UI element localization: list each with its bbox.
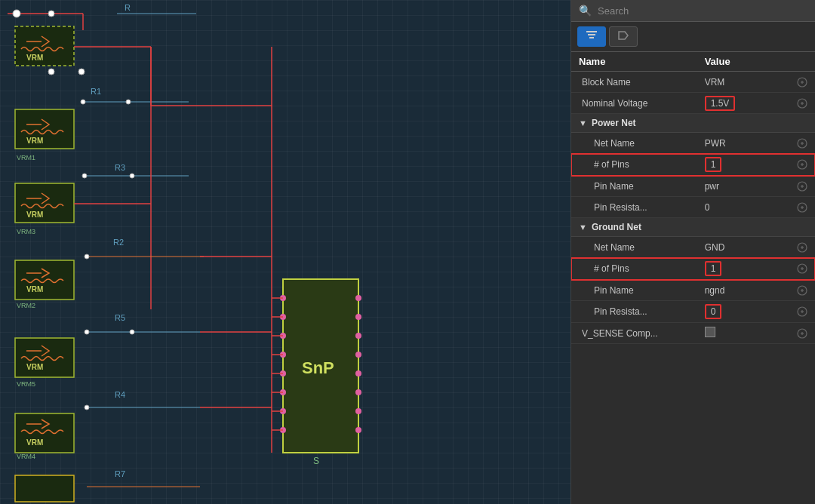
svg-marker-91 [619, 32, 628, 39]
svg-point-24 [82, 174, 87, 178]
power-pin-name-row[interactable]: Pin Name pwr [571, 176, 815, 197]
ground-num-pins-label: # of Pins [579, 263, 705, 274]
power-pin-resist-label: Pin Resista... [579, 202, 705, 213]
svg-point-41 [85, 330, 89, 334]
ground-pin-name-value: ngnd [705, 285, 773, 296]
svg-point-75 [355, 352, 361, 358]
ground-num-pins-value: 1 [705, 261, 773, 276]
svg-point-34 [85, 254, 89, 259]
power-net-arrow-icon: ▼ [579, 118, 587, 128]
search-input[interactable] [598, 5, 807, 17]
power-pin-resist-edit-icon[interactable] [773, 202, 807, 213]
vsense-row[interactable]: V_SENSE Comp... [571, 323, 815, 344]
power-pin-name-edit-icon[interactable] [773, 181, 807, 192]
svg-text:R3: R3 [115, 163, 125, 172]
power-pin-resist-row[interactable]: Pin Resista... 0 [571, 197, 815, 218]
power-num-pins-edit-icon[interactable] [773, 159, 807, 170]
svg-text:VRM: VRM [26, 363, 43, 371]
filter-button[interactable] [577, 26, 606, 47]
vsense-value [705, 327, 773, 340]
svg-rect-90 [589, 37, 594, 38]
svg-point-76 [355, 370, 361, 376]
svg-rect-88 [586, 31, 597, 32]
vsense-label: V_SENSE Comp... [579, 328, 705, 339]
ground-net-name-label: Net Name [579, 242, 705, 253]
svg-text:R7: R7 [115, 469, 125, 478]
power-net-name-edit-icon[interactable] [773, 138, 807, 149]
svg-text:VRM3: VRM3 [17, 228, 35, 235]
svg-rect-35 [15, 260, 74, 300]
svg-point-2 [13, 10, 20, 17]
svg-rect-89 [588, 34, 595, 35]
svg-text:VRM: VRM [26, 137, 43, 145]
power-pin-name-value: pwr [705, 181, 773, 192]
svg-text:R5: R5 [115, 313, 125, 322]
power-net-section-label: Power Net [592, 118, 636, 128]
ground-pin-name-edit-icon[interactable] [773, 285, 807, 296]
svg-text:VRM4: VRM4 [17, 453, 35, 460]
svg-point-79 [355, 427, 361, 433]
svg-text:VRM: VRM [26, 54, 43, 62]
svg-point-16 [81, 100, 85, 104]
tag-button[interactable] [609, 26, 638, 47]
svg-point-73 [355, 314, 361, 320]
ground-pin-resist-edit-icon[interactable] [773, 306, 807, 317]
ground-pin-name-row[interactable]: Pin Name ngnd [571, 280, 815, 301]
svg-text:R4: R4 [115, 390, 125, 399]
svg-text:VRM: VRM [26, 211, 43, 219]
ground-net-name-edit-icon[interactable] [773, 242, 807, 253]
ground-pin-name-label: Pin Name [579, 285, 705, 296]
svg-text:VRM: VRM [26, 285, 43, 293]
power-pin-resist-value: 0 [705, 202, 773, 213]
nominal-voltage-row[interactable]: Nominal Voltage 1.5V [571, 93, 815, 114]
power-net-name-row[interactable]: Net Name PWR [571, 133, 815, 154]
ground-num-pins-edit-icon[interactable] [773, 263, 807, 274]
svg-point-17 [126, 100, 131, 104]
svg-rect-18 [15, 109, 74, 149]
svg-point-77 [355, 389, 361, 395]
svg-rect-7 [15, 26, 74, 66]
nominal-voltage-value: 1.5V [705, 98, 773, 109]
svg-point-10 [48, 69, 54, 75]
svg-text:VRM5: VRM5 [17, 380, 35, 388]
vsense-checkbox[interactable] [705, 327, 715, 337]
ground-pin-resist-row[interactable]: Pin Resista... 0 [571, 301, 815, 323]
prop-table-header: Name Value [571, 52, 815, 72]
search-bar[interactable]: 🔍 [571, 0, 815, 22]
ground-net-arrow-icon: ▼ [579, 223, 587, 232]
svg-text:R: R [125, 3, 131, 12]
power-net-name-value: PWR [705, 138, 773, 149]
svg-text:VRM2: VRM2 [17, 302, 35, 309]
power-net-section-header[interactable]: ▼ Power Net [571, 114, 815, 133]
svg-point-49 [85, 405, 89, 410]
properties-panel: 🔍 Name Value Block Name VRM Nominal Volt… [570, 0, 815, 504]
ground-pin-resist-label: Pin Resista... [579, 306, 705, 317]
svg-point-3 [48, 11, 54, 17]
power-num-pins-row[interactable]: # of Pins 1 [571, 154, 815, 176]
nominal-voltage-edit-icon[interactable] [773, 98, 807, 109]
ground-net-name-row[interactable]: Net Name GND [571, 237, 815, 258]
ground-net-section-header[interactable]: ▼ Ground Net [571, 218, 815, 237]
schematic-canvas[interactable]: R VRM R1 VRM VRM1 R3 [0, 0, 570, 504]
svg-point-42 [130, 330, 134, 334]
power-num-pins-label: # of Pins [579, 159, 705, 170]
block-name-edit-icon[interactable] [773, 77, 807, 88]
block-name-value: VRM [705, 77, 773, 88]
svg-point-74 [355, 333, 361, 339]
vsense-edit-icon[interactable] [773, 328, 807, 339]
search-icon: 🔍 [579, 5, 592, 17]
value-column-header: Value [705, 56, 773, 67]
svg-text:R2: R2 [113, 238, 124, 247]
block-name-row[interactable]: Block Name VRM [571, 72, 815, 93]
toolbar [571, 22, 815, 52]
power-num-pins-value: 1 [705, 157, 773, 172]
power-pin-name-label: Pin Name [579, 181, 705, 192]
svg-text:VRM: VRM [26, 438, 43, 447]
svg-text:VRM1: VRM1 [17, 154, 35, 161]
nominal-voltage-label: Nominal Voltage [579, 98, 705, 109]
ground-num-pins-row[interactable]: # of Pins 1 [571, 258, 815, 280]
svg-text:R1: R1 [91, 87, 101, 96]
svg-rect-43 [15, 338, 74, 377]
power-net-name-label: Net Name [579, 138, 705, 149]
properties-list: Block Name VRM Nominal Voltage 1.5V ▼ Po… [571, 72, 815, 504]
